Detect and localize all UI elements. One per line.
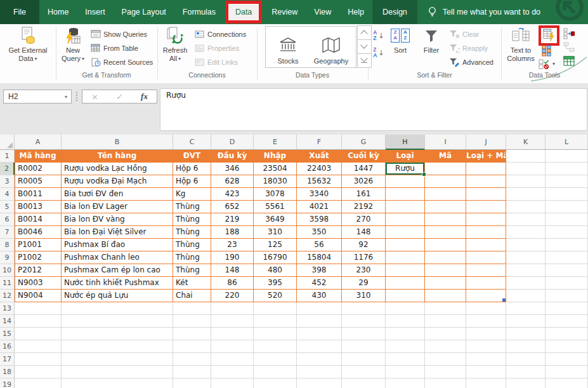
row-header-1[interactable]: 1 (0, 150, 15, 163)
cell-B6[interactable]: Bia lon ĐV vàng (62, 213, 173, 226)
cell-I12[interactable] (425, 290, 466, 302)
cell-B1[interactable]: Tên hàng (62, 150, 173, 163)
cell-C2[interactable]: Hộp 6 (173, 163, 211, 175)
cell-I14[interactable] (425, 315, 466, 328)
cell-I5[interactable] (425, 201, 466, 213)
cell-G3[interactable]: 3026 (342, 175, 386, 188)
cell-H17[interactable] (386, 353, 425, 366)
cell-J17[interactable] (466, 353, 506, 366)
cell-H3[interactable] (386, 175, 425, 188)
cell-I4[interactable] (425, 188, 466, 201)
cell-F2[interactable]: 22403 (297, 163, 342, 175)
cell-G11[interactable]: 29 (342, 277, 386, 290)
sort-ascending-button[interactable]: AZ ↓ (371, 29, 386, 43)
cell-F1[interactable]: Xuất (297, 150, 342, 163)
row-header-12[interactable]: 12 (0, 290, 15, 302)
cell-E6[interactable]: 3649 (254, 213, 297, 226)
from-table-button[interactable]: From Table (90, 42, 138, 55)
consolidate-button[interactable] (563, 28, 575, 39)
cell-I19[interactable] (425, 378, 466, 388)
cell-C7[interactable]: Thùng (173, 226, 211, 239)
cell-G4[interactable]: 161 (342, 188, 386, 201)
cell-J16[interactable] (466, 340, 506, 353)
row-header-4[interactable]: 4 (0, 188, 15, 201)
cell-L8[interactable] (546, 239, 588, 251)
cell-F8[interactable]: 56 (297, 239, 342, 251)
cell-E18[interactable] (254, 366, 297, 378)
cell-F17[interactable] (297, 353, 342, 366)
row-header-3[interactable]: 3 (0, 175, 15, 188)
cell-A8[interactable]: P1001 (15, 239, 62, 251)
cell-H8[interactable] (386, 239, 425, 251)
cell-C13[interactable] (173, 302, 211, 315)
cell-H6[interactable] (386, 213, 425, 226)
cell-K1[interactable] (506, 150, 546, 163)
column-header-D[interactable]: D (211, 135, 254, 150)
cell-B8[interactable]: Pushmax Bí đao (62, 239, 173, 251)
cell-C8[interactable]: Thùng (173, 239, 211, 251)
cell-H15[interactable] (386, 328, 425, 340)
cell-A5[interactable]: B0013 (15, 201, 62, 213)
cell-G12[interactable]: 310 (342, 290, 386, 302)
cell-F15[interactable] (297, 328, 342, 340)
cell-E2[interactable]: 23504 (254, 163, 297, 175)
cell-E3[interactable]: 18030 (254, 175, 297, 188)
cell-C10[interactable]: Thùng (173, 264, 211, 277)
cell-D12[interactable]: 220 (211, 290, 254, 302)
cell-A3[interactable]: R0005 (15, 175, 62, 188)
cell-L11[interactable] (546, 277, 588, 290)
row-header-19[interactable]: 19 (0, 378, 15, 388)
recent-sources-button[interactable]: Recent Sources (90, 56, 153, 69)
cell-F13[interactable] (297, 302, 342, 315)
cell-C15[interactable] (173, 328, 211, 340)
cell-E4[interactable]: 3078 (254, 188, 297, 201)
cell-L14[interactable] (546, 315, 588, 328)
cell-F10[interactable]: 398 (297, 264, 342, 277)
cell-A9[interactable]: P1002 (15, 251, 62, 264)
cell-J11[interactable] (466, 277, 506, 290)
cell-G2[interactable]: 1447 (342, 163, 386, 175)
cell-J19[interactable] (466, 378, 506, 388)
row-header-6[interactable]: 6 (0, 213, 15, 226)
cell-E16[interactable] (254, 340, 297, 353)
cell-G15[interactable] (342, 328, 386, 340)
cell-J1[interactable]: Loại + Mã (466, 150, 506, 163)
cell-C16[interactable] (173, 340, 211, 353)
cell-J5[interactable] (466, 201, 506, 213)
cell-B17[interactable] (62, 353, 173, 366)
cell-H2[interactable]: Rượu (386, 163, 425, 175)
cell-L12[interactable] (546, 290, 588, 302)
tab-design[interactable]: Design (372, 0, 417, 24)
manage-data-model-button[interactable] (563, 56, 575, 66)
cell-F11[interactable]: 452 (297, 277, 342, 290)
cell-J3[interactable] (466, 175, 506, 188)
cell-D9[interactable]: 190 (211, 251, 254, 264)
select-all-corner[interactable] (0, 135, 15, 150)
cell-F7[interactable]: 350 (297, 226, 342, 239)
cell-I3[interactable] (425, 175, 466, 188)
new-query-button[interactable]: New Query▾ (58, 26, 88, 63)
cell-E10[interactable]: 480 (254, 264, 297, 277)
cell-A15[interactable] (15, 328, 62, 340)
column-header-L[interactable]: L (546, 135, 588, 150)
cell-D13[interactable] (211, 302, 254, 315)
cell-A16[interactable] (15, 340, 62, 353)
cell-G19[interactable] (342, 378, 386, 388)
cell-A2[interactable]: R0002 (15, 163, 62, 175)
cell-G5[interactable]: 2192 (342, 201, 386, 213)
column-header-J[interactable]: J (466, 135, 506, 150)
cell-B18[interactable] (62, 366, 173, 378)
row-header-15[interactable]: 15 (0, 328, 15, 340)
cell-B16[interactable] (62, 340, 173, 353)
cell-D16[interactable] (211, 340, 254, 353)
cell-B5[interactable]: Bia lon ĐV Lager (62, 201, 173, 213)
cell-K7[interactable] (506, 226, 546, 239)
cell-K11[interactable] (506, 277, 546, 290)
cell-D14[interactable] (211, 315, 254, 328)
cell-D4[interactable]: 423 (211, 188, 254, 201)
cell-I11[interactable] (425, 277, 466, 290)
cell-B14[interactable] (62, 315, 173, 328)
cell-I15[interactable] (425, 328, 466, 340)
cell-G6[interactable]: 270 (342, 213, 386, 226)
cell-J18[interactable] (466, 366, 506, 378)
